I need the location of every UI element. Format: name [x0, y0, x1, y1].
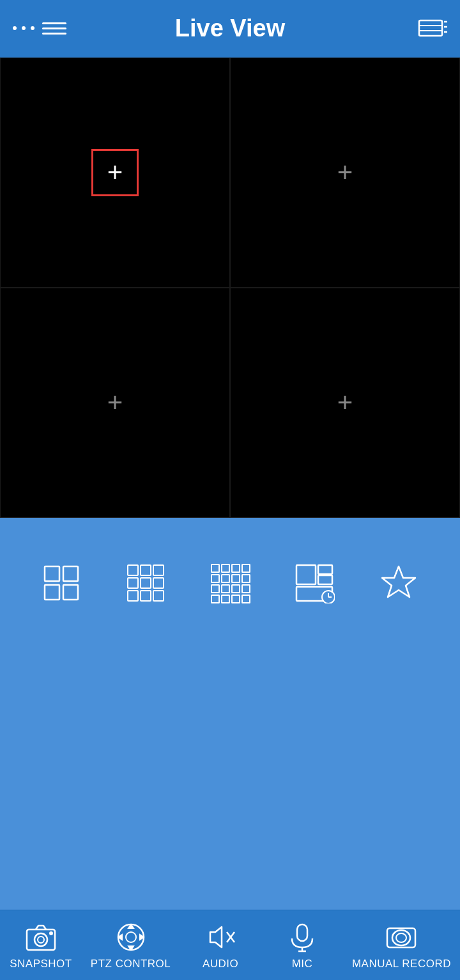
- svg-rect-29: [232, 585, 240, 593]
- svg-rect-25: [232, 575, 240, 582]
- svg-rect-24: [222, 575, 229, 582]
- svg-point-45: [38, 937, 44, 943]
- svg-rect-32: [222, 595, 229, 603]
- svg-point-46: [50, 932, 52, 935]
- add-icon-2: +: [337, 159, 353, 186]
- svg-point-56: [392, 930, 410, 945]
- svg-rect-31: [211, 595, 219, 603]
- svg-rect-7: [63, 566, 78, 581]
- add-camera-button-4[interactable]: +: [321, 379, 369, 426]
- snapshot-button[interactable]: SNAPSHOT: [9, 921, 73, 970]
- svg-rect-10: [128, 565, 138, 575]
- record-icon: [385, 921, 418, 954]
- menu-line-2: [42, 27, 66, 29]
- layout-custom-button[interactable]: [294, 563, 335, 603]
- svg-rect-55: [387, 928, 415, 947]
- snapshot-label: SNAPSHOT: [10, 958, 72, 970]
- svg-rect-21: [232, 564, 240, 572]
- svg-rect-23: [211, 575, 219, 582]
- svg-rect-19: [211, 564, 219, 572]
- svg-marker-49: [210, 927, 222, 947]
- svg-rect-30: [242, 585, 250, 593]
- add-camera-button-3[interactable]: +: [91, 379, 139, 426]
- add-camera-button-2[interactable]: +: [321, 149, 369, 196]
- camera-layout-button[interactable]: [417, 15, 447, 41]
- audio-label: AUDIO: [203, 958, 238, 970]
- svg-rect-33: [232, 595, 240, 603]
- svg-rect-37: [318, 575, 332, 584]
- svg-rect-13: [128, 578, 138, 588]
- favorites-button[interactable]: [378, 563, 419, 603]
- add-camera-button-1[interactable]: +: [91, 149, 139, 196]
- manual-record-label: MANUAL RECORD: [352, 958, 451, 970]
- mic-icon: [286, 921, 319, 954]
- page-title: Live View: [175, 15, 286, 42]
- video-cell-1[interactable]: +: [0, 58, 230, 288]
- svg-rect-0: [419, 20, 442, 36]
- svg-rect-52: [297, 924, 307, 941]
- audio-button[interactable]: AUDIO: [188, 921, 252, 970]
- svg-rect-16: [128, 591, 138, 601]
- menu-dot-2: [22, 26, 26, 30]
- layout-selector: [13, 550, 447, 616]
- svg-rect-18: [153, 591, 164, 601]
- svg-rect-27: [211, 585, 219, 593]
- menu-dot-1: [13, 26, 17, 30]
- layout-3x3-button[interactable]: [125, 563, 166, 603]
- layout-4x4-button[interactable]: [210, 563, 250, 603]
- svg-rect-34: [242, 595, 250, 603]
- grid-2x2-icon: [41, 563, 82, 603]
- video-cell-2[interactable]: +: [230, 58, 460, 288]
- svg-rect-36: [318, 565, 332, 574]
- svg-rect-11: [141, 565, 151, 575]
- add-icon-4: +: [337, 389, 353, 416]
- grid-3x3-icon: [125, 563, 166, 603]
- grid-custom-icon: [294, 563, 335, 603]
- video-grid: + + + +: [0, 56, 460, 518]
- svg-rect-22: [242, 564, 250, 572]
- layout-2x2-button[interactable]: [41, 563, 82, 603]
- svg-rect-8: [45, 585, 59, 600]
- header: Live View: [0, 0, 460, 56]
- star-icon: [378, 563, 419, 603]
- menu-lines: [42, 22, 66, 35]
- svg-rect-6: [45, 566, 59, 581]
- menu-line-1: [42, 22, 66, 24]
- ptz-control-button[interactable]: PTZ CONTROL: [91, 921, 171, 970]
- mic-label: MIC: [292, 958, 313, 970]
- svg-rect-15: [153, 578, 164, 588]
- menu-dot-3: [31, 26, 34, 30]
- svg-rect-14: [141, 578, 151, 588]
- svg-point-48: [126, 932, 136, 942]
- manual-record-button[interactable]: MANUAL RECORD: [352, 921, 451, 970]
- video-cell-4[interactable]: +: [230, 288, 460, 518]
- svg-rect-28: [222, 585, 229, 593]
- svg-rect-9: [63, 585, 78, 600]
- ptz-control-label: PTZ CONTROL: [91, 958, 171, 970]
- ptz-icon: [114, 921, 148, 954]
- camera-icon: [24, 921, 57, 954]
- svg-rect-12: [153, 565, 164, 575]
- svg-rect-26: [242, 575, 250, 582]
- video-cell-3[interactable]: +: [0, 288, 230, 518]
- svg-marker-42: [382, 566, 415, 597]
- menu-dots: [13, 26, 34, 30]
- svg-point-44: [34, 933, 47, 946]
- grid-4x4-icon: [210, 563, 250, 603]
- svg-rect-20: [222, 564, 229, 572]
- svg-rect-17: [141, 591, 151, 601]
- bottom-bar: SNAPSHOT PTZ CONTROL AUDIO: [0, 910, 460, 980]
- svg-point-57: [396, 933, 406, 942]
- add-icon-1: +: [107, 159, 123, 186]
- menu-line-3: [42, 33, 66, 35]
- audio-icon: [204, 921, 237, 954]
- mic-button[interactable]: MIC: [270, 921, 334, 970]
- controls-area: [0, 518, 460, 914]
- menu-button[interactable]: [13, 22, 66, 35]
- add-icon-3: +: [107, 389, 123, 416]
- camera-layout-icon: [417, 15, 447, 38]
- svg-rect-35: [296, 565, 316, 584]
